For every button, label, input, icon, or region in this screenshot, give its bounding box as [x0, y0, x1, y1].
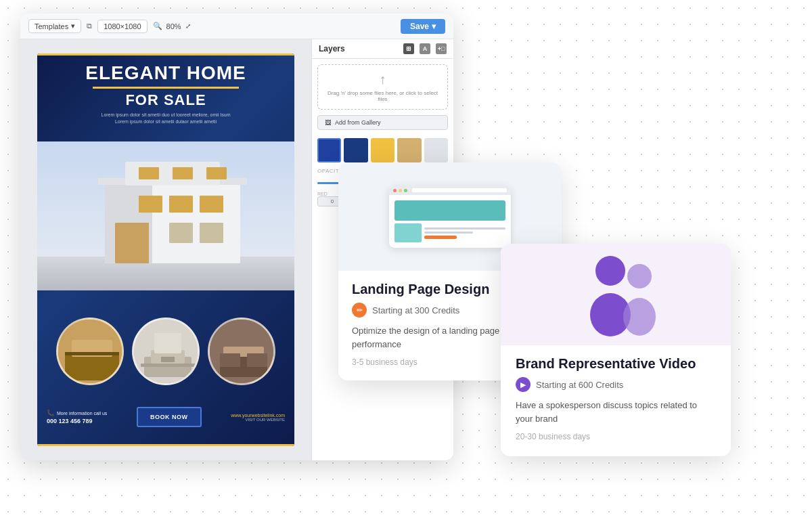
- dot-green: [404, 189, 407, 192]
- flyer-circles-row: [37, 317, 294, 385]
- mini-browser-bar: [389, 185, 511, 195]
- flyer-top-accent: [37, 53, 294, 56]
- layers-dropzone[interactable]: ↑ Drag 'n' drop some files here, or clic…: [317, 64, 448, 110]
- credits-icon-landing: ✏: [352, 303, 367, 317]
- flyer-underline: [93, 87, 239, 89]
- editor-toolbar: Templates ▾ ⧉ 1080×1080 🔍 80% ⤢ Save ▾: [20, 14, 453, 39]
- templates-label: Templates: [35, 22, 68, 30]
- mini-browser-body: [389, 195, 511, 248]
- svg-rect-28: [220, 353, 240, 367]
- brand-credits-text: Starting at 600 Credits: [536, 380, 623, 390]
- flyer-canvas[interactable]: ELEGANT HOME FOR SALE Lorem ipsum dolor …: [37, 53, 294, 446]
- svg-rect-6: [200, 196, 223, 213]
- flyer-bottom-bar: 📞 More information call us 000 123 456 7…: [37, 390, 294, 444]
- layers-title: Layers: [319, 44, 345, 53]
- zoom-icon: 🔍: [153, 22, 162, 30]
- layer-thumb-2[interactable]: [344, 138, 367, 162]
- flyer-circle-living: [132, 317, 200, 385]
- save-dropdown-icon: ▾: [432, 22, 436, 31]
- layers-icon-image[interactable]: ⊞: [403, 43, 414, 54]
- svg-rect-22: [141, 364, 195, 367]
- flyer-contact: 📞 More information call us 000 123 456 7…: [47, 410, 107, 424]
- svg-rect-29: [247, 353, 267, 367]
- flyer-book-button[interactable]: BOOK NOW: [137, 407, 202, 427]
- dropzone-text: Drag 'n' drop some files here, or click …: [325, 90, 441, 102]
- flyer-title-sub: FOR SALE: [44, 91, 288, 109]
- brand-preview: [501, 244, 731, 345]
- flyer-circle-bedroom: [208, 317, 275, 385]
- gallery-icon: 🖼: [325, 119, 331, 126]
- expand-icon: ⤢: [185, 22, 191, 30]
- brand-card-body: Brand Representative Video ▶ Starting at…: [501, 345, 731, 441]
- dropdown-arrow-icon: ▾: [71, 22, 75, 30]
- editor-canvas[interactable]: ELEGANT HOME FOR SALE Lorem ipsum dolor …: [20, 39, 311, 460]
- svg-rect-24: [161, 357, 175, 362]
- flyer-bottom-accent: [37, 444, 294, 446]
- mini-text: [424, 223, 505, 242]
- svg-rect-8: [200, 223, 223, 243]
- layer-thumb-3[interactable]: [371, 138, 394, 162]
- upload-icon: ↑: [380, 72, 386, 87]
- svg-rect-9: [115, 223, 149, 263]
- gallery-label: Add from Gallery: [335, 119, 381, 126]
- people-illustration: [562, 250, 670, 338]
- layers-icon-add[interactable]: +□: [436, 43, 447, 54]
- layers-icon-text[interactable]: A: [420, 43, 430, 54]
- mini-line-2: [424, 232, 473, 234]
- svg-rect-16: [65, 353, 119, 380]
- landing-credits-text: Starting at 300 Credits: [372, 305, 459, 315]
- templates-dropdown[interactable]: Templates ▾: [28, 19, 81, 33]
- flyer-phone: 000 123 456 789: [47, 418, 107, 424]
- mini-line-1: [424, 227, 505, 229]
- mini-content-row: [394, 223, 505, 242]
- svg-point-32: [627, 264, 652, 288]
- svg-point-30: [595, 256, 625, 286]
- dot-red: [393, 189, 397, 192]
- credits-icon-brand: ▶: [516, 377, 531, 392]
- svg-rect-7: [169, 223, 193, 243]
- mini-hero-section: [394, 200, 505, 221]
- zoom-control[interactable]: 🔍 80% ⤢: [153, 22, 191, 30]
- svg-point-33: [623, 298, 656, 336]
- svg-rect-23: [154, 333, 181, 353]
- canvas-size[interactable]: 1080×1080: [97, 20, 147, 33]
- svg-rect-13: [173, 167, 193, 179]
- brand-days: 20-30 business days: [516, 432, 716, 441]
- save-button[interactable]: Save ▾: [401, 19, 445, 34]
- dot-yellow: [399, 189, 402, 192]
- svg-rect-14: [206, 167, 227, 179]
- house-illustration: [37, 141, 294, 290]
- layer-thumb-5[interactable]: [424, 138, 448, 162]
- address-bar: [412, 188, 507, 192]
- layer-thumb-4[interactable]: [397, 138, 421, 162]
- brand-description: Have a spokesperson discuss topics relat…: [516, 399, 716, 425]
- mini-cta: [424, 236, 457, 239]
- svg-rect-5: [169, 196, 193, 213]
- flyer-main-image: [37, 141, 294, 290]
- add-gallery-button[interactable]: 🖼 Add from Gallery: [317, 115, 448, 130]
- flyer-subtitle: Lorem ipsum dolor sit ametii duo ut loor…: [44, 112, 288, 125]
- layers-header-icons: ⊞ A +□: [403, 43, 447, 54]
- brand-title: Brand Representative Video: [516, 356, 716, 372]
- brand-video-card: Brand Representative Video ▶ Starting at…: [501, 244, 731, 456]
- mini-image: [394, 223, 422, 242]
- flyer-circle-kitchen: [56, 317, 124, 385]
- svg-rect-4: [139, 196, 162, 213]
- layers-header: Layers ⊞ A +□: [312, 39, 453, 59]
- svg-rect-18: [65, 352, 119, 355]
- flyer-title-area: ELEGANT HOME FOR SALE Lorem ipsum dolor …: [37, 63, 294, 125]
- zoom-value: 80%: [166, 22, 181, 30]
- save-label: Save: [410, 22, 429, 31]
- brand-credits-row: ▶ Starting at 600 Credits: [516, 377, 716, 392]
- mini-browser-mockup: [389, 185, 511, 248]
- svg-rect-12: [139, 167, 159, 179]
- copy-icon: ⧉: [87, 22, 92, 30]
- layer-thumbnails: [312, 135, 453, 165]
- flyer-website: www.yourwebsitelink.com VISIT OUR WEBSIT…: [231, 413, 285, 422]
- layer-thumb-1[interactable]: [317, 138, 341, 162]
- flyer-title-main: ELEGANT HOME: [44, 63, 288, 84]
